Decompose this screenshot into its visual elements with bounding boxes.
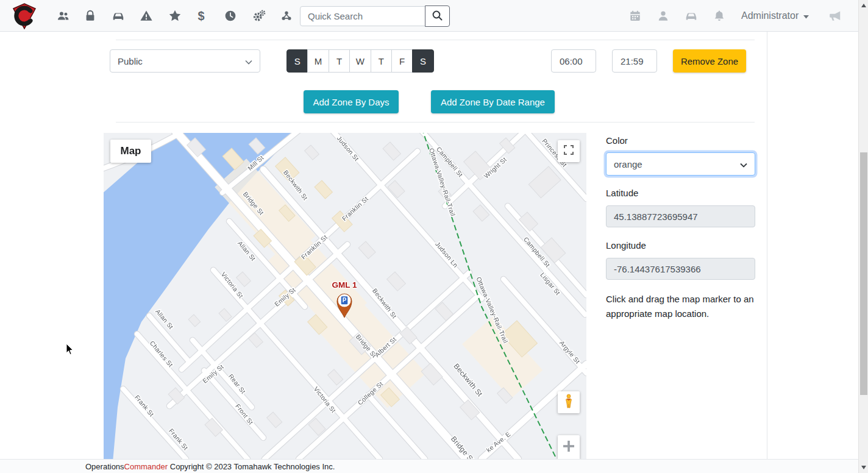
map-canvas[interactable]: Mill StBridge StBridge StBridge StBeckwi… (104, 133, 586, 459)
scrollbar-thumb[interactable] (860, 152, 867, 395)
street-label: Franklin St (340, 195, 369, 222)
page-scrollbar[interactable] (858, 0, 868, 473)
day-selector: S M T W T F S (286, 49, 438, 73)
visibility-value: Public (118, 56, 143, 66)
pegman-icon (563, 394, 574, 411)
street-label: Judson St (336, 135, 361, 163)
scroll-up-arrow-icon[interactable] (861, 4, 866, 7)
fullscreen-icon (564, 145, 574, 157)
divider-bottom (116, 122, 755, 123)
zone-marker-label: GML 1 (314, 280, 375, 290)
map-type-button[interactable]: Map (110, 140, 151, 163)
vehicle-status-icon[interactable] (685, 9, 698, 23)
day-button-wednesday[interactable]: W (349, 49, 371, 73)
street-label: Beckwith St (371, 287, 399, 320)
warning-icon[interactable] (140, 9, 153, 23)
operationscommander-logo-icon[interactable] (10, 2, 38, 30)
color-label: Color (606, 135, 628, 146)
add-zone-by-days-button[interactable]: Add Zone By Days (304, 90, 399, 113)
bell-icon[interactable] (713, 9, 726, 23)
street-label: Judson Ln (434, 240, 460, 269)
fullscreen-button[interactable] (558, 140, 580, 162)
search-input[interactable] (300, 6, 425, 26)
svg-text:P: P (343, 297, 347, 304)
content-right-divider (767, 32, 767, 459)
street-view-pegman-button[interactable] (558, 391, 580, 413)
remove-zone-button[interactable]: Remove Zone (673, 49, 746, 73)
day-button-monday[interactable]: M (307, 49, 329, 73)
calendar-icon[interactable] (628, 9, 642, 23)
users-icon[interactable] (57, 9, 70, 23)
parking-marker-icon[interactable]: P (333, 290, 355, 318)
visibility-select[interactable]: Public (110, 49, 260, 73)
commercial-blocks (215, 158, 542, 408)
start-time-input[interactable] (551, 49, 596, 73)
divider-top (116, 40, 755, 40)
clock-icon[interactable] (224, 9, 237, 23)
megaphone-icon[interactable] (828, 9, 842, 23)
day-button-sunday[interactable]: S (286, 49, 308, 73)
user-menu-label: Administrator (741, 10, 799, 21)
search-button[interactable] (425, 5, 450, 27)
app-window: $ Administrator (0, 0, 868, 473)
mouse-cursor (66, 343, 74, 358)
footer-brand: OperationsCommander (85, 462, 168, 471)
svg-text:$: $ (197, 9, 204, 23)
color-value: orange (614, 159, 642, 169)
vehicle-icon[interactable] (112, 9, 125, 23)
day-button-saturday[interactable]: S (412, 49, 433, 73)
settings-gears-icon[interactable] (252, 9, 266, 23)
chevron-down-icon (740, 159, 747, 169)
search-icon (432, 10, 443, 23)
color-select[interactable]: orange (606, 152, 755, 176)
payments-icon[interactable]: $ (194, 9, 208, 23)
latitude-label: Latitude (606, 188, 638, 198)
lock-icon[interactable] (84, 9, 97, 23)
chevron-down-icon (245, 56, 252, 66)
longitude-label: Longitude (606, 240, 646, 251)
day-button-tuesday[interactable]: T (329, 49, 350, 73)
latitude-field[interactable] (606, 205, 755, 227)
longitude-field[interactable] (606, 258, 755, 280)
add-zone-by-date-range-button[interactable]: Add Zone By Date Range (431, 90, 555, 113)
day-button-thursday[interactable]: T (371, 49, 392, 73)
day-button-friday[interactable]: F (391, 49, 413, 73)
street-label: Argyle St (558, 339, 582, 365)
zoom-in-button[interactable] (558, 435, 580, 459)
user-menu-administrator[interactable]: Administrator (741, 0, 809, 32)
footer: OperationsCommander Copyright © 2023 Tom… (0, 459, 858, 473)
top-navbar: $ Administrator (0, 0, 858, 32)
footer-copyright: Copyright © 2023 Tomahawk Technologies I… (168, 462, 335, 471)
scroll-down-arrow-icon[interactable] (861, 466, 866, 469)
person-icon[interactable] (656, 9, 670, 23)
hub-icon[interactable] (280, 9, 293, 23)
chevron-down-icon (803, 10, 809, 21)
marker-helper-text: Click and drag the map marker to an appr… (606, 292, 760, 321)
plus-icon (563, 441, 574, 454)
star-icon[interactable] (168, 9, 182, 23)
end-time-input[interactable] (612, 49, 657, 73)
